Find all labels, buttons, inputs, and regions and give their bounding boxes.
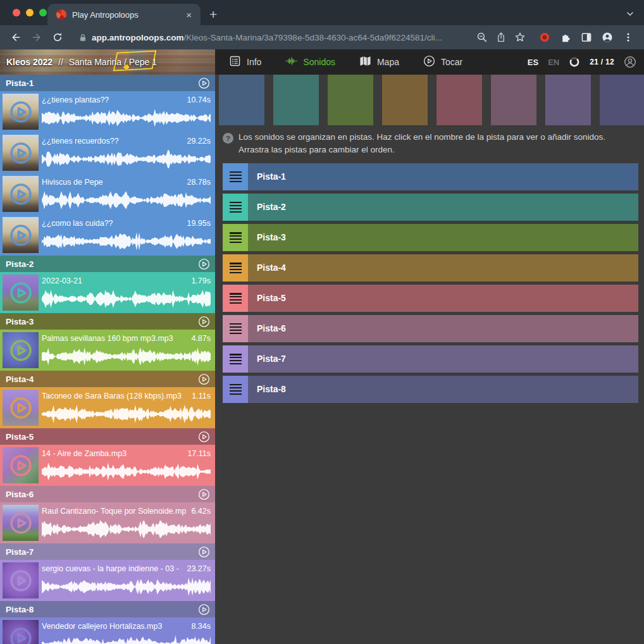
clip-thumbnail[interactable] <box>3 275 39 311</box>
clip-play-icon[interactable] <box>9 627 32 644</box>
zoom-level-icon[interactable] <box>474 29 490 46</box>
track-row-pista-2[interactable]: Pista-2 <box>223 194 638 221</box>
clip-thumbnail[interactable] <box>3 562 39 598</box>
track-play-icon[interactable] <box>198 373 210 385</box>
track-row-pista-6[interactable]: Pista-6 <box>223 315 638 342</box>
share-icon[interactable] <box>493 29 509 46</box>
clip-thumbnail[interactable] <box>3 447 39 483</box>
track-header-pista-4[interactable]: Pista-4 <box>0 371 215 387</box>
audio-clip[interactable]: sergio cuevas - la harpe indienne - 03 -… <box>0 560 215 601</box>
track-row-pista-7[interactable]: Pista-7 <box>223 345 638 373</box>
clip-thumbnail[interactable] <box>3 217 39 253</box>
track-row-pista-3[interactable]: Pista-3 <box>223 224 638 251</box>
tab-tocar[interactable]: Tocar <box>423 55 462 69</box>
track-play-icon[interactable] <box>198 77 210 89</box>
bookmark-star-icon[interactable] <box>512 29 528 46</box>
track-row-bar[interactable]: Pista-6 <box>248 315 638 342</box>
tab-search-chevron-icon[interactable] <box>625 9 635 19</box>
clip-play-icon[interactable] <box>9 512 32 535</box>
back-button[interactable] <box>8 29 24 46</box>
project-banner[interactable]: Kleos 2022 // Santa Marina / Pepe 1 <box>0 49 215 75</box>
clip-thumbnail[interactable] <box>3 390 39 426</box>
track-row-bar[interactable]: Pista-3 <box>248 224 638 251</box>
track-play-icon[interactable] <box>198 604 210 616</box>
side-panel-icon[interactable] <box>578 29 595 46</box>
clip-thumbnail[interactable] <box>3 332 39 368</box>
drag-handle[interactable] <box>223 376 248 403</box>
drag-handle[interactable] <box>223 254 248 282</box>
clip-thumbnail[interactable] <box>3 135 39 171</box>
track-row-pista-1[interactable]: Pista-1 <box>223 163 638 190</box>
tab-sonidos[interactable]: Sonidos <box>285 55 335 69</box>
audio-clip[interactable]: Vendedor callejero Hortalizas.mp38.34s <box>0 617 215 644</box>
clip-play-icon[interactable] <box>9 339 32 362</box>
track-row-pista-8[interactable]: Pista-8 <box>223 376 638 403</box>
clip-thumbnail[interactable] <box>3 176 39 212</box>
browser-tab[interactable]: Play Antropoloops × <box>47 4 201 25</box>
drag-handle[interactable] <box>223 345 248 373</box>
track-play-icon[interactable] <box>198 258 210 270</box>
audio-clip[interactable]: ¿¿tienes recuerdos??29.22s <box>0 132 215 173</box>
extensions-puzzle-icon[interactable] <box>557 29 574 46</box>
tab-info[interactable]: Info <box>229 55 261 69</box>
clip-play-icon[interactable] <box>9 569 32 592</box>
browser-menu-icon[interactable] <box>620 29 636 46</box>
new-tab-button[interactable]: + <box>209 8 217 21</box>
track-header-pista-3[interactable]: Pista-3 <box>0 313 215 330</box>
track-play-icon[interactable] <box>198 546 210 558</box>
track-row-pista-4[interactable]: Pista-4 <box>223 254 638 282</box>
drag-handle[interactable] <box>223 163 248 190</box>
track-row-pista-5[interactable]: Pista-5 <box>223 285 638 312</box>
language-es-button[interactable]: ES <box>528 58 538 67</box>
track-play-icon[interactable] <box>198 316 210 328</box>
record-extension-icon[interactable] <box>536 29 553 46</box>
language-en-button[interactable]: EN <box>548 58 559 67</box>
track-header-pista-6[interactable]: Pista-6 <box>0 486 215 502</box>
track-row-bar[interactable]: Pista-4 <box>248 254 638 282</box>
drag-handle[interactable] <box>223 315 248 342</box>
audio-clip[interactable]: 14 - Aire de Zamba.mp317.11s <box>0 445 215 486</box>
window-zoom-button[interactable] <box>39 9 47 16</box>
track-row-bar[interactable]: Pista-2 <box>248 194 638 221</box>
clip-thumbnail[interactable] <box>3 94 39 130</box>
track-row-bar[interactable]: Pista-1 <box>248 163 638 190</box>
clip-play-icon[interactable] <box>9 224 32 247</box>
drag-handle[interactable] <box>223 194 248 221</box>
audio-clip[interactable]: Raul Cantizano- Toque por Solenoide.mp36… <box>0 502 215 543</box>
reload-button[interactable] <box>49 29 66 46</box>
help-icon[interactable]: ? <box>223 133 233 144</box>
clip-thumbnail[interactable] <box>3 505 39 541</box>
audio-clip[interactable]: Taconeo de Sara Baras (128 kbps).mp31.11… <box>0 387 215 428</box>
drag-handle[interactable] <box>223 285 248 312</box>
window-close-button[interactable] <box>13 9 20 16</box>
forward-button[interactable] <box>28 29 45 46</box>
clip-play-icon[interactable] <box>9 183 32 206</box>
track-row-bar[interactable]: Pista-8 <box>248 376 638 403</box>
audio-clip[interactable]: Hiviscus de Pepe28.78s <box>0 173 215 214</box>
address-bar[interactable]: app.antropoloops.com/Kleos-Santa-Marina/… <box>70 28 532 47</box>
clip-thumbnail[interactable] <box>3 620 39 644</box>
track-header-pista-7[interactable]: Pista-7 <box>0 543 215 560</box>
track-header-pista-1[interactable]: Pista-1 <box>0 75 215 91</box>
clip-play-icon[interactable] <box>9 454 32 477</box>
clip-play-icon[interactable] <box>9 142 32 164</box>
track-header-pista-8[interactable]: Pista-8 <box>0 601 215 617</box>
track-row-bar[interactable]: Pista-7 <box>248 345 638 373</box>
clip-play-icon[interactable] <box>9 101 32 123</box>
audio-clip[interactable]: ¿¿como las cuida??19.95s <box>0 214 215 256</box>
track-row-bar[interactable]: Pista-5 <box>248 285 638 312</box>
track-header-pista-5[interactable]: Pista-5 <box>0 428 215 445</box>
track-header-pista-2[interactable]: Pista-2 <box>0 256 215 272</box>
clip-play-icon[interactable] <box>9 282 32 304</box>
window-minimize-button[interactable] <box>26 9 34 16</box>
audio-clip[interactable]: 2022-03-211.79s <box>0 272 215 313</box>
audio-clip[interactable]: ¿¿tienes plantas??10.74s <box>0 91 215 132</box>
drag-handle[interactable] <box>223 224 248 251</box>
audio-clip[interactable]: Palmas sevillanas 160 bpm mp3.mp34.87s <box>0 330 215 371</box>
track-play-icon[interactable] <box>198 431 210 443</box>
account-icon[interactable] <box>624 56 636 68</box>
clip-play-icon[interactable] <box>9 397 32 419</box>
track-play-icon[interactable] <box>198 488 210 500</box>
tab-close-icon[interactable]: × <box>183 9 194 21</box>
tab-mapa[interactable]: Mapa <box>359 55 399 69</box>
